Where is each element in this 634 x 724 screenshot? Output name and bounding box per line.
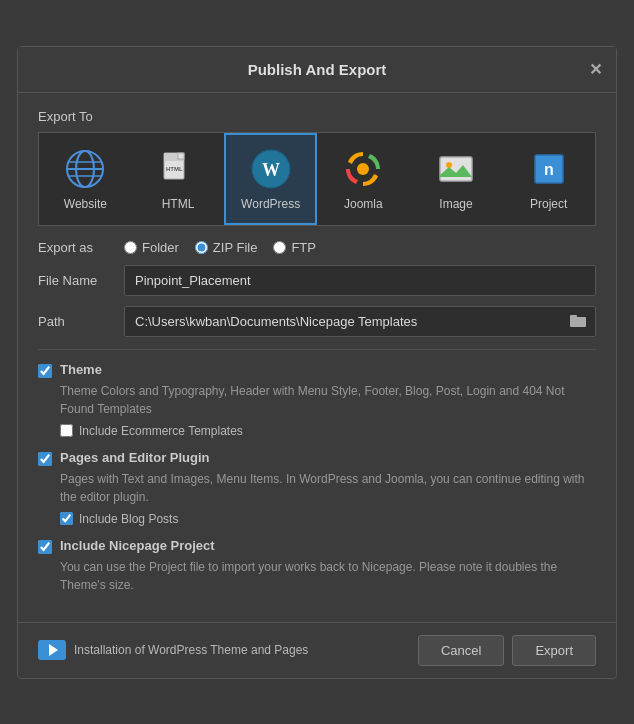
svg-rect-7: [178, 153, 184, 159]
export-item-project-label: Project: [530, 197, 567, 211]
browse-folder-icon[interactable]: [561, 307, 595, 336]
svg-text:n: n: [544, 161, 554, 178]
export-button[interactable]: Export: [512, 635, 596, 666]
html-icon: HTML: [156, 147, 200, 191]
theme-checkbox-label[interactable]: Theme: [60, 362, 102, 377]
blog-posts-sub-row: Include Blog Posts: [60, 512, 596, 526]
radio-ftp-input[interactable]: [273, 241, 286, 254]
pages-plugin-section: Pages and Editor Plugin Pages with Text …: [38, 450, 596, 526]
theme-checkbox-row: Theme: [38, 362, 596, 378]
footer-buttons: Cancel Export: [418, 635, 596, 666]
image-icon: [434, 147, 478, 191]
theme-section: Theme Theme Colors and Typography, Heade…: [38, 362, 596, 438]
dialog-footer: Installation of WordPress Theme and Page…: [18, 622, 616, 678]
pages-plugin-checkbox-row: Pages and Editor Plugin: [38, 450, 596, 466]
nicepage-project-description: You can use the Project file to import y…: [60, 558, 596, 594]
joomla-icon: [341, 147, 385, 191]
ecommerce-sub-row: Include Ecommerce Templates: [60, 424, 596, 438]
export-item-image-label: Image: [439, 197, 472, 211]
nicepage-project-checkbox-label[interactable]: Include Nicepage Project: [60, 538, 215, 553]
radio-zip[interactable]: ZIP File: [195, 240, 258, 255]
radio-zip-input[interactable]: [195, 241, 208, 254]
export-item-website[interactable]: Website: [39, 133, 132, 225]
blog-posts-checkbox-label[interactable]: Include Blog Posts: [79, 512, 178, 526]
path-input[interactable]: [125, 307, 561, 336]
export-item-project[interactable]: n Project: [502, 133, 595, 225]
project-icon: n: [527, 147, 571, 191]
theme-checkbox[interactable]: [38, 364, 52, 378]
path-label: Path: [38, 314, 114, 329]
export-item-joomla-label: Joomla: [344, 197, 383, 211]
export-item-html-label: HTML: [162, 197, 195, 211]
website-icon: [63, 147, 107, 191]
radio-folder-input[interactable]: [124, 241, 137, 254]
publish-export-dialog: Publish And Export ✕ Export To Website: [17, 46, 617, 679]
ecommerce-checkbox[interactable]: [60, 424, 73, 437]
nicepage-project-section: Include Nicepage Project You can use the…: [38, 538, 596, 594]
blog-posts-checkbox[interactable]: [60, 512, 73, 525]
close-icon[interactable]: ✕: [589, 60, 602, 79]
export-as-options: Folder ZIP File FTP: [124, 240, 316, 255]
dialog-title-bar: Publish And Export ✕: [18, 47, 616, 93]
path-input-wrap: [124, 306, 596, 337]
radio-ftp-label: FTP: [291, 240, 316, 255]
pages-plugin-checkbox[interactable]: [38, 452, 52, 466]
export-item-html[interactable]: HTML HTML: [132, 133, 225, 225]
svg-text:W: W: [262, 160, 280, 180]
ecommerce-checkbox-label[interactable]: Include Ecommerce Templates: [79, 424, 243, 438]
radio-folder-label: Folder: [142, 240, 179, 255]
radio-folder[interactable]: Folder: [124, 240, 179, 255]
export-to-label: Export To: [38, 109, 596, 124]
svg-point-12: [357, 163, 369, 175]
file-name-label: File Name: [38, 273, 114, 288]
svg-rect-18: [570, 315, 577, 319]
wordpress-icon: W: [249, 147, 293, 191]
cancel-button[interactable]: Cancel: [418, 635, 504, 666]
export-as-row: Export as Folder ZIP File FTP: [38, 240, 596, 255]
export-item-image[interactable]: Image: [410, 133, 503, 225]
export-item-wordpress[interactable]: W WordPress: [224, 133, 317, 225]
install-video-icon: [38, 640, 66, 660]
pages-plugin-description: Pages with Text and Images, Menu Items. …: [60, 470, 596, 506]
file-name-input[interactable]: [124, 265, 596, 296]
export-to-grid: Website HTML HTML: [38, 132, 596, 226]
footer-left: Installation of WordPress Theme and Page…: [38, 640, 308, 660]
svg-rect-13: [440, 157, 472, 181]
export-item-wordpress-label: WordPress: [241, 197, 300, 211]
pages-plugin-checkbox-label[interactable]: Pages and Editor Plugin: [60, 450, 210, 465]
install-label: Installation of WordPress Theme and Page…: [74, 643, 308, 657]
file-name-row: File Name: [38, 265, 596, 296]
radio-zip-label: ZIP File: [213, 240, 258, 255]
export-as-label: Export as: [38, 240, 114, 255]
nicepage-project-checkbox[interactable]: [38, 540, 52, 554]
svg-text:HTML: HTML: [166, 166, 183, 172]
export-item-website-label: Website: [64, 197, 107, 211]
radio-ftp[interactable]: FTP: [273, 240, 316, 255]
theme-description: Theme Colors and Typography, Header with…: [60, 382, 596, 418]
divider-1: [38, 349, 596, 350]
export-item-joomla[interactable]: Joomla: [317, 133, 410, 225]
nicepage-project-checkbox-row: Include Nicepage Project: [38, 538, 596, 554]
dialog-body: Export To Website: [18, 93, 616, 622]
path-row: Path: [38, 306, 596, 337]
dialog-title: Publish And Export: [248, 61, 387, 78]
